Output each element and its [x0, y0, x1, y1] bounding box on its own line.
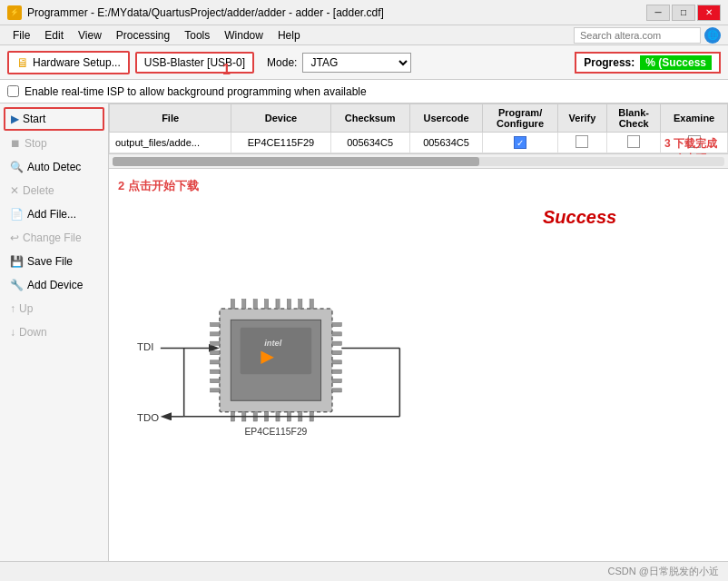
menu-bar: File Edit View Processing Tools Window H…: [0, 25, 728, 45]
svg-rect-9: [211, 351, 220, 355]
chip-label: EP4CE115F29: [244, 428, 307, 438]
svg-rect-6: [211, 323, 220, 327]
change-file-button[interactable]: ↩ Change File: [4, 227, 104, 249]
svg-rect-8: [211, 341, 220, 345]
svg-rect-10: [211, 360, 220, 364]
up-icon: ↑: [10, 302, 15, 315]
add-file-icon: 📄: [10, 208, 24, 221]
svg-rect-23: [242, 300, 246, 309]
verify-checkbox[interactable]: [576, 135, 588, 148]
col-checksum: Checksum: [330, 104, 409, 133]
stop-icon: ⏹: [10, 137, 21, 150]
cell-file: output_files/adde...: [110, 133, 231, 153]
menu-help[interactable]: Help: [272, 27, 306, 44]
blank-check-checkbox[interactable]: [627, 135, 640, 148]
cell-usercode: 005634C5: [409, 133, 483, 153]
hardware-setup-button[interactable]: 🖥 Hardware Setup...: [7, 51, 130, 74]
usb-blaster-button[interactable]: USB-Blaster [USB-0]: [135, 52, 254, 74]
auto-detect-label: Auto Detec: [27, 161, 81, 173]
menu-tools[interactable]: Tools: [179, 27, 215, 44]
menu-view[interactable]: View: [73, 27, 107, 44]
progress-area: Progress: % (Success: [575, 52, 721, 74]
maximize-button[interactable]: □: [672, 5, 695, 21]
svg-rect-18: [332, 360, 341, 364]
search-input[interactable]: [574, 27, 701, 44]
col-device: Device: [231, 104, 330, 133]
cell-program[interactable]: ✓: [483, 133, 557, 153]
svg-rect-20: [332, 379, 341, 383]
tdo-label: TDO: [137, 412, 159, 423]
progress-value: % (Success: [640, 55, 712, 70]
program-table: File Device Checksum Usercode Program/Co…: [109, 103, 728, 153]
down-icon: ↓: [10, 326, 15, 339]
up-button[interactable]: ↑ Up: [4, 298, 104, 320]
mode-select[interactable]: JTAG Active Serial Programming Passive S…: [302, 53, 411, 73]
save-file-label: Save File: [27, 255, 73, 268]
save-file-icon: 💾: [10, 255, 24, 268]
down-button[interactable]: ↓ Down: [4, 321, 104, 343]
svg-rect-29: [310, 300, 313, 309]
auto-detect-button[interactable]: 🔍 Auto Detec: [4, 156, 104, 178]
svg-rect-25: [265, 300, 269, 309]
start-label: Start: [23, 113, 45, 125]
chip-diagram: TDI: [109, 169, 728, 561]
stop-label: Stop: [25, 137, 47, 150]
annotation-2: 2 点击开始下载: [118, 178, 199, 194]
col-file: File: [110, 104, 231, 133]
main-content: ▶ Start ⏹ Stop 🔍 Auto Detec ✕ Delete 📄 A…: [0, 103, 728, 561]
start-button[interactable]: ▶ Start: [4, 107, 104, 131]
minimize-button[interactable]: ─: [646, 5, 670, 21]
svg-rect-14: [332, 323, 341, 327]
svg-rect-15: [332, 332, 341, 336]
isp-checkbox[interactable]: [7, 85, 19, 97]
change-file-label: Change File: [23, 231, 82, 244]
title-bar: ⚡ Programmer - E:/MYdata/QuartusProject/…: [0, 0, 728, 25]
hardware-icon: 🖥: [16, 55, 29, 70]
close-button[interactable]: ✕: [697, 5, 721, 21]
success-text: Success: [543, 207, 616, 228]
menu-edit[interactable]: Edit: [39, 27, 69, 44]
svg-rect-27: [287, 300, 290, 309]
svg-rect-28: [299, 300, 302, 309]
cell-checksum: 005634C5: [330, 133, 409, 153]
svg-rect-19: [332, 369, 341, 373]
start-icon: ▶: [11, 113, 19, 125]
add-device-button[interactable]: 🔧 Add Device: [4, 274, 104, 296]
delete-button[interactable]: ✕ Delete: [4, 180, 104, 202]
svg-rect-12: [211, 379, 220, 383]
cell-verify[interactable]: [557, 133, 606, 153]
app-icon: ⚡: [7, 5, 22, 20]
hardware-setup-label: Hardware Setup...: [33, 56, 121, 69]
col-examine: Examine: [661, 104, 728, 133]
toolbar: 🖥 Hardware Setup... USB-Blaster [USB-0] …: [0, 45, 728, 80]
auto-detect-icon: 🔍: [10, 161, 24, 173]
sidebar: ▶ Start ⏹ Stop 🔍 Auto Detec ✕ Delete 📄 A…: [0, 103, 109, 561]
svg-rect-16: [332, 341, 341, 345]
add-file-label: Add File...: [27, 208, 76, 221]
svg-rect-24: [253, 300, 257, 309]
col-usercode: Usercode: [409, 104, 483, 133]
menu-processing[interactable]: Processing: [111, 27, 175, 44]
col-verify: Verify: [557, 104, 606, 133]
add-device-icon: 🔧: [10, 279, 24, 291]
status-text: CSDN @日常脱发的小近: [608, 565, 719, 578]
progress-label: Progress:: [584, 56, 635, 69]
horizontal-scrollbar[interactable]: [109, 154, 728, 169]
down-label: Down: [19, 326, 47, 339]
add-file-button[interactable]: 📄 Add File...: [4, 203, 104, 225]
col-blank-check: Blank-Check: [607, 104, 661, 133]
table-row: output_files/adde... EP4CE115F29 005634C…: [110, 133, 728, 153]
stop-button[interactable]: ⏹ Stop: [4, 133, 104, 154]
program-checkbox[interactable]: ✓: [514, 136, 526, 149]
save-file-button[interactable]: 💾 Save File: [4, 251, 104, 272]
svg-rect-7: [211, 332, 220, 336]
isp-row: Enable real-time ISP to allow background…: [0, 80, 728, 103]
menu-window[interactable]: Window: [219, 27, 269, 44]
menu-file[interactable]: File: [7, 27, 35, 44]
svg-rect-22: [231, 300, 234, 309]
svg-text:intel: intel: [264, 339, 282, 348]
svg-rect-17: [332, 351, 341, 355]
tdi-label: TDI: [137, 342, 153, 353]
cell-blank-check[interactable]: [607, 133, 661, 153]
status-bar: CSDN @日常脱发的小近: [0, 561, 728, 581]
